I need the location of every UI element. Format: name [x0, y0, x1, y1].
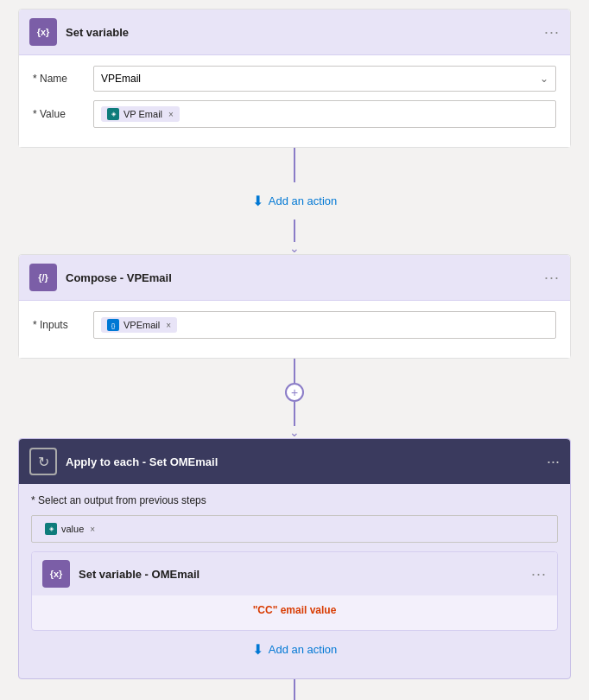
compose-vpemail-header: {/} Compose - VPEmail ···: [19, 255, 570, 301]
small-connector-3: [294, 679, 295, 700]
inner-set-variable-icon: {x}: [42, 560, 70, 588]
set-variable-card: {x} Set variable ··· * Name VPEmail ⌄ * …: [18, 9, 571, 148]
name-field-row: * Name VPEmail ⌄: [33, 66, 556, 92]
select-output-row: * Select an output from previous steps: [31, 494, 558, 506]
small-line-3: [294, 679, 295, 700]
cc-email-text: "CC" email value: [42, 595, 547, 620]
value-tag: ◈ VP Email ×: [101, 106, 180, 122]
add-action-2-row: ⬇ Add an action: [31, 631, 558, 668]
apply-to-each-icon: ↻: [29, 448, 57, 475]
value-field-row: * Value ◈ VP Email ×: [33, 100, 556, 128]
inputs-label: * Inputs: [33, 319, 93, 331]
inputs-tag: {} VPEmail ×: [101, 317, 177, 333]
value-input[interactable]: ◈ VP Email ×: [93, 100, 556, 128]
inner-set-variable-title: Set variable - OMEmail: [79, 568, 531, 581]
select-output-tag: ◈ value ×: [39, 521, 101, 537]
select-output-input[interactable]: ◈ value ×: [31, 515, 558, 543]
set-variable-header: {x} Set variable ···: [19, 10, 570, 55]
add-action-1-button[interactable]: ⬇ Add an action: [252, 193, 338, 209]
name-input[interactable]: VPEmail ⌄: [93, 66, 556, 92]
set-variable-body: * Name VPEmail ⌄ * Value ◈ VP Email ×: [19, 55, 570, 147]
set-variable-menu[interactable]: ···: [544, 23, 560, 41]
inputs-tag-text: VPEmail: [124, 320, 160, 330]
inputs-field-row: * Inputs {} VPEmail ×: [33, 311, 556, 339]
add-action-1-icon: ⬇: [252, 193, 263, 209]
value-label: * Value: [33, 108, 93, 120]
inner-set-variable-card: {x} Set variable - OMEmail ··· "CC" emai…: [31, 551, 558, 631]
value-tag-text: VP Email: [124, 109, 162, 119]
apply-to-each-body: * Select an output from previous steps ◈…: [19, 484, 570, 678]
add-action-2-button[interactable]: ⬇ Add an action: [252, 641, 338, 658]
plus-button[interactable]: +: [285, 383, 304, 402]
compose-vpemail-title: Compose - VPEmail: [66, 271, 544, 284]
select-output-tag-close[interactable]: ×: [90, 525, 95, 534]
inner-set-variable-header: {x} Set variable - OMEmail ···: [32, 552, 557, 595]
add-action-2-icon: ⬇: [252, 641, 263, 658]
name-label: * Name: [33, 73, 93, 85]
small-connector-1: [294, 359, 295, 383]
add-action-2-label: Add an action: [269, 643, 338, 656]
apply-to-each-card: ↻ Apply to each - Set OMEmail ··· * Sele…: [18, 438, 571, 679]
name-value: VPEmail: [101, 73, 141, 85]
plus-connector-2: + ⌄: [285, 679, 304, 700]
inputs-input[interactable]: {} VPEmail ×: [93, 311, 556, 339]
value-tag-icon: ◈: [107, 108, 119, 120]
compose-vpemail-body: * Inputs {} VPEmail ×: [19, 301, 570, 358]
compose-vpemail-icon: {/}: [29, 264, 57, 291]
select-output-label: * Select an output from previous steps: [31, 494, 206, 506]
compose-vpemail-menu[interactable]: ···: [544, 269, 560, 287]
connector-arrow-2: ⌄: [289, 426, 300, 438]
connector-2: ⌄: [289, 220, 300, 254]
connector-line-2: [294, 220, 295, 242]
add-action-1-label: Add an action: [269, 194, 338, 207]
name-dropdown-arrow[interactable]: ⌄: [540, 73, 548, 85]
connector-arrow-1: ⌄: [289, 242, 300, 254]
apply-to-each-header: ↻ Apply to each - Set OMEmail ···: [19, 439, 570, 484]
apply-to-each-menu[interactable]: ···: [547, 453, 560, 471]
select-output-tag-icon: ◈: [45, 523, 57, 535]
add-action-1-row: ⬇ Add an action: [252, 182, 338, 220]
value-tag-close[interactable]: ×: [168, 110, 174, 119]
inner-set-variable-menu[interactable]: ···: [531, 565, 547, 583]
plus-connector: + ⌄: [285, 359, 304, 438]
small-line-2: [294, 402, 295, 426]
connector-line-1: [294, 148, 295, 182]
small-line-1: [294, 359, 295, 383]
inputs-tag-close[interactable]: ×: [166, 321, 171, 330]
select-output-tag-text: value: [61, 524, 84, 534]
small-connector-2: [294, 402, 295, 426]
set-variable-icon: {x}: [29, 18, 57, 46]
apply-to-each-title: Apply to each - Set OMEmail: [66, 455, 547, 468]
connector-1: [294, 148, 295, 182]
inputs-tag-icon: {}: [107, 319, 119, 331]
compose-vpemail-card: {/} Compose - VPEmail ··· * Inputs {} VP…: [18, 254, 571, 359]
set-variable-title: Set variable: [66, 26, 544, 39]
inner-card-body: "CC" email value: [32, 595, 557, 630]
